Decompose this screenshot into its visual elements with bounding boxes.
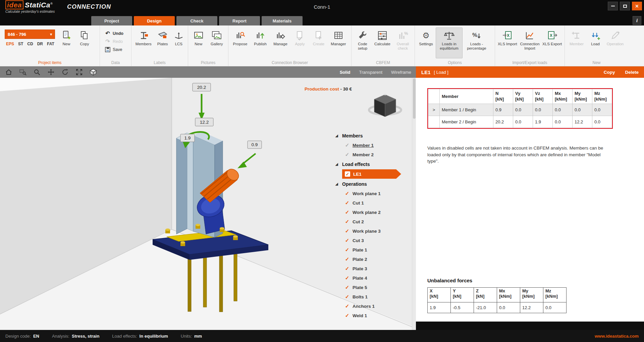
connection-import-button[interactable]: Connection Import: [519, 27, 541, 58]
tree-item-plate-2[interactable]: ✓Plate 2: [335, 254, 411, 264]
website-link[interactable]: www.ideastatica.com: [595, 334, 639, 339]
tab-report[interactable]: Report: [219, 16, 260, 25]
tree-item-member-2[interactable]: ✓ Member 2: [335, 150, 411, 159]
tree-item-work-plane-2[interactable]: ✓Work plane 2: [335, 208, 411, 217]
table-row-member-1[interactable]: > Member 1 / Begin 0.9 0.0 0.0 0.0 0.0 0…: [428, 104, 612, 116]
picture-gallery-button[interactable]: Gallery: [208, 27, 226, 58]
check-icon[interactable]: ✓: [344, 303, 350, 309]
loads-in-equilibrium-button[interactable]: Loads in equilibrium: [436, 27, 463, 58]
check-icon[interactable]: ✓: [344, 275, 350, 281]
code-setup-button[interactable]: Code setup: [354, 27, 372, 58]
code-eps[interactable]: EPS: [6, 42, 14, 46]
overall-check-button[interactable]: % Overall check: [393, 27, 413, 58]
check-icon[interactable]: ✓: [344, 266, 350, 272]
cell-mz[interactable]: 0.0: [592, 116, 612, 128]
code-fat[interactable]: FAT: [47, 42, 54, 46]
render-mode-wireframe[interactable]: Wireframe: [391, 70, 411, 75]
new-operation-button[interactable]: Operation: [604, 27, 626, 58]
scene-canvas[interactable]: 20.2 12.2 1.9 0.9: [0, 78, 416, 330]
tab-project[interactable]: Project: [91, 16, 132, 25]
settings-button[interactable]: ⚙ Settings: [417, 27, 435, 58]
labels-members-button[interactable]: Members: [133, 27, 154, 58]
tree-group-members[interactable]: ◢ Members: [335, 131, 411, 140]
calculate-button[interactable]: Calculate: [372, 27, 392, 58]
propose-button[interactable]: Propose: [230, 27, 250, 58]
load-effects-table[interactable]: Member N[kN] Vy[kN] Vz[kN] Mx[kNm] My[kN…: [428, 89, 612, 128]
check-icon[interactable]: ✓: [344, 152, 350, 158]
code-st[interactable]: ST: [18, 42, 23, 46]
undo-button[interactable]: ↶ Undo: [105, 30, 123, 37]
render-mode-transparent[interactable]: Transparent: [359, 70, 382, 75]
picture-new-button[interactable]: New: [190, 27, 207, 58]
checkbox-checked-icon[interactable]: ✓: [345, 171, 350, 177]
check-icon[interactable]: ✓: [344, 247, 350, 253]
zoom-extents-button[interactable]: [75, 68, 83, 76]
tab-materials[interactable]: Materials: [262, 16, 303, 25]
cell-my[interactable]: 0.0: [573, 104, 592, 116]
manage-button[interactable]: Manage: [271, 27, 290, 58]
tree-group-operations[interactable]: ◢ Operations: [335, 179, 411, 189]
xls-export-button[interactable]: X XLS Export: [542, 27, 562, 58]
cell-my[interactable]: 12.2: [573, 116, 592, 128]
navigation-cube[interactable]: [365, 89, 407, 120]
check-icon[interactable]: ✓: [344, 256, 350, 262]
save-button[interactable]: Save: [105, 46, 123, 53]
zoom-window-button[interactable]: [19, 68, 27, 76]
new-load-button[interactable]: Load: [587, 27, 604, 58]
check-icon[interactable]: ✓: [344, 209, 350, 215]
zoom-button[interactable]: [33, 68, 41, 76]
project-item-dropdown[interactable]: 846 - 796 ▾: [5, 30, 55, 39]
tree-item-cut-1[interactable]: ✓Cut 1: [335, 198, 411, 208]
tree-item-anchors-1[interactable]: ✓Anchors 1: [335, 301, 411, 311]
row-selector-icon[interactable]: >: [428, 104, 440, 116]
cell-mx[interactable]: 0.0: [553, 104, 573, 116]
redo-button[interactable]: ↷ Redo: [105, 38, 123, 45]
code-cd[interactable]: CD: [27, 42, 33, 46]
cell-mz[interactable]: 0.0: [592, 104, 612, 116]
check-icon[interactable]: ✓: [344, 190, 350, 196]
info-button[interactable]: i: [633, 16, 641, 25]
tree-item-member-1[interactable]: ✓ Member 1: [335, 140, 411, 150]
labels-plates-button[interactable]: Plates: [154, 27, 171, 58]
check-icon[interactable]: ✓: [344, 237, 350, 243]
tree-item-plate-4[interactable]: ✓Plate 4: [335, 273, 411, 283]
close-button[interactable]: ✕: [632, 2, 642, 10]
delete-load-button[interactable]: Delete: [625, 70, 639, 75]
check-icon[interactable]: ✓: [344, 294, 350, 300]
tree-item-weld-1[interactable]: ✓Weld 1: [335, 311, 411, 320]
tree-item-work-plane-1[interactable]: ✓Work plane 1: [335, 189, 411, 198]
check-icon[interactable]: ✓: [344, 219, 350, 225]
tree-item-bolts-1[interactable]: ✓Bolts 1: [335, 292, 411, 301]
isometric-view-button[interactable]: [89, 68, 97, 76]
tree-item-plate-1[interactable]: ✓Plate 1: [335, 245, 411, 254]
manager-button[interactable]: Manager: [328, 27, 348, 58]
create-button[interactable]: Create: [310, 27, 328, 58]
apply-button[interactable]: Apply: [291, 27, 309, 58]
tree-item-work-plane-3[interactable]: ✓Work plane 3: [335, 226, 411, 236]
table-row-member-2[interactable]: Member 2 / Begin 20.2 0.0 1.9 0.0 12.2 0…: [428, 116, 612, 128]
tab-design[interactable]: Design: [134, 16, 175, 25]
tree-group-load-effects[interactable]: ◢ Load effects: [335, 159, 411, 169]
tree-item-plate-5[interactable]: ✓Plate 5: [335, 283, 411, 292]
cell-n[interactable]: 20.2: [493, 116, 513, 128]
tree-item-cut-2[interactable]: ✓Cut 2: [335, 217, 411, 226]
viewport-scrollbar[interactable]: [412, 78, 416, 330]
rotate-view-button[interactable]: [61, 68, 69, 76]
new-member-button[interactable]: Member: [567, 27, 586, 58]
cell-vy[interactable]: 0.0: [513, 104, 533, 116]
labels-lcs-button[interactable]: LCS: [172, 27, 186, 58]
minimize-button[interactable]: [608, 2, 618, 10]
scrollbar-thumb[interactable]: [413, 78, 416, 119]
code-dr[interactable]: DR: [37, 42, 43, 46]
cell-vz[interactable]: 1.9: [533, 116, 553, 128]
copy-load-button[interactable]: Copy: [604, 70, 615, 75]
check-icon[interactable]: ✓: [344, 200, 350, 206]
tree-item-cut-3[interactable]: ✓Cut 3: [335, 236, 411, 245]
render-mode-solid[interactable]: Solid: [340, 70, 351, 75]
row-selector-empty[interactable]: [428, 116, 440, 128]
new-project-item-button[interactable]: New: [58, 27, 75, 58]
cell-vz[interactable]: 0.0: [533, 104, 553, 116]
home-view-button[interactable]: [5, 68, 13, 76]
check-icon[interactable]: ✓: [344, 312, 350, 319]
tab-check[interactable]: Check: [176, 16, 217, 25]
